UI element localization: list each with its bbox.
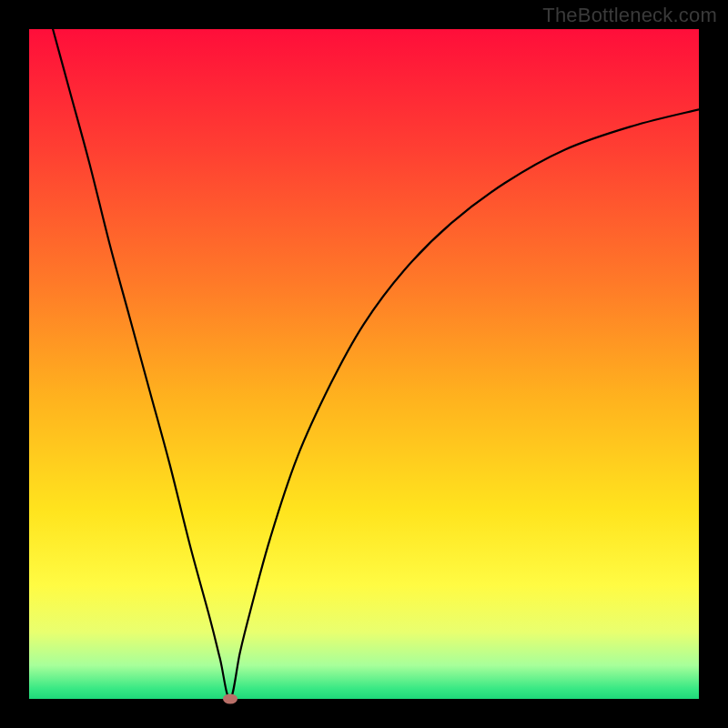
bottleneck-curve xyxy=(29,29,699,699)
chart-stage: TheBottleneck.com xyxy=(0,0,728,728)
minimum-marker xyxy=(223,694,238,704)
plot-area xyxy=(29,29,699,699)
watermark: TheBottleneck.com xyxy=(542,4,717,27)
